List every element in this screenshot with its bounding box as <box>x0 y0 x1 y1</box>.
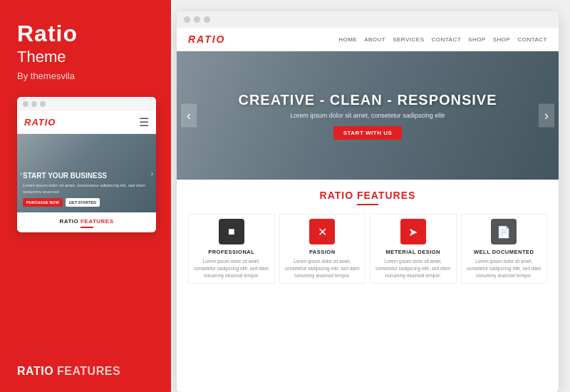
professional-desc: Lorem ipsum dolor sit amet, consetetur s… <box>192 258 271 279</box>
hamburger-icon[interactable]: ☰ <box>139 115 149 129</box>
mobile-features-section: RATIO FEATURES <box>17 212 156 232</box>
browser-topbar <box>177 11 559 28</box>
hero-prev-arrow[interactable]: ‹ <box>181 104 197 128</box>
feature-passion: ✕ PASSION Lorem ipsum dolor sit amet, co… <box>279 214 366 284</box>
dot-3 <box>40 101 46 107</box>
site-hero: ‹ CREATIVE - CLEAN - RESPONSIVE Lorem ip… <box>177 51 559 180</box>
hero-content: CREATIVE - CLEAN - RESPONSIVE Lorem ipsu… <box>238 92 497 140</box>
nav-home[interactable]: HOME <box>338 36 357 43</box>
site-features: RATIO FEATURES ■ PROFESSIONAL Lorem ipsu… <box>177 180 559 392</box>
mobile-nav: RATIO ☰ <box>17 111 156 134</box>
theme-title: Ratio <box>17 21 154 46</box>
hero-subtitle: Lorem ipsum dolor sit amet, consetetur s… <box>238 112 497 119</box>
left-features-colored: FEATURES <box>57 365 120 377</box>
nav-shop2[interactable]: SHOP <box>493 36 511 43</box>
mobile-features-colored: FEATURES <box>81 218 114 225</box>
nav-about[interactable]: ABOUT <box>364 36 385 43</box>
professional-icon: ■ <box>219 219 244 244</box>
mobile-hero-content: START YOUR BUSINESS Lorem ipsum dolor si… <box>23 171 150 207</box>
passion-icon: ✕ <box>309 219 335 244</box>
documented-title: WELL DOCUMENTED <box>465 249 544 255</box>
mobile-buttons: PURCHASE NOW GET STARTED <box>23 198 150 207</box>
nav-services[interactable]: SERVICES <box>393 36 424 43</box>
feature-material-design: ➤ METERIAL DESIGN Lorem ipsum dolor sit … <box>370 214 457 284</box>
theme-author: By themesvila <box>17 71 154 81</box>
desktop-browser: RATIO HOME ABOUT SERVICES CONTACT SHOP S… <box>177 11 559 392</box>
mobile-preview: RATIO ☰ ‹ START YOUR BUSINESS Lorem ipsu… <box>17 97 156 232</box>
documented-desc: Lorem ipsum dolor sit amet, consetetur s… <box>465 258 544 279</box>
features-section-title: RATIO FEATURES <box>188 190 547 201</box>
site-logo: RATIO <box>188 33 226 45</box>
hero-title: CREATIVE - CLEAN - RESPONSIVE <box>238 92 497 108</box>
theme-subtitle: Theme <box>17 48 154 66</box>
site-navbar: RATIO HOME ABOUT SERVICES CONTACT SHOP S… <box>177 28 559 51</box>
right-panel: RATIO HOME ABOUT SERVICES CONTACT SHOP S… <box>171 0 570 392</box>
features-underline <box>357 204 378 205</box>
nav-shop[interactable]: SHOP <box>468 36 486 43</box>
material-desc: Lorem ipsum dolor sit amet, consetetur s… <box>373 258 453 279</box>
documented-icon: 📄 <box>491 219 517 244</box>
nav-contact[interactable]: CONTACT <box>432 36 462 43</box>
mobile-hero: ‹ START YOUR BUSINESS Lorem ipsum dolor … <box>17 134 156 212</box>
mobile-logo: RATIO <box>24 117 56 128</box>
nav-contact2[interactable]: CONTACT <box>517 36 547 43</box>
nav-links: HOME ABOUT SERVICES CONTACT SHOP SHOP CO… <box>338 36 547 43</box>
left-features-heading: RATIO FEATURES <box>17 365 154 378</box>
mobile-topbar <box>17 97 156 111</box>
mobile-get-started-button[interactable]: GET STARTED <box>66 198 100 207</box>
dot-2 <box>31 101 37 107</box>
material-title: METERIAL DESIGN <box>373 249 453 255</box>
left-panel: Ratio Theme By themesvila RATIO ☰ ‹ STAR… <box>0 0 171 392</box>
mobile-purchase-button[interactable]: PURCHASE NOW <box>23 198 63 207</box>
browser-dot-2 <box>194 16 200 23</box>
material-icon: ➤ <box>400 219 426 244</box>
features-grid: ■ PROFESSIONAL Lorem ipsum dolor sit ame… <box>188 214 547 284</box>
left-bottom-features: RATIO FEATURES <box>17 358 154 378</box>
browser-dot-1 <box>184 16 190 23</box>
feature-professional: ■ PROFESSIONAL Lorem ipsum dolor sit ame… <box>188 214 275 284</box>
passion-title: PASSION <box>283 249 363 255</box>
features-title-colored: FEATURES <box>357 190 415 201</box>
browser-dot-3 <box>204 16 210 23</box>
professional-title: PROFESSIONAL <box>192 249 271 255</box>
mobile-hero-title: START YOUR BUSINESS <box>23 171 150 180</box>
mobile-features-title: RATIO FEATURES <box>23 218 150 225</box>
passion-desc: Lorem ipsum dolor sit amet, consetetur s… <box>283 258 363 279</box>
hero-cta-button[interactable]: START WITH US <box>333 126 403 140</box>
mobile-hero-text: Lorem ipsum dolor sit amet, consectetur … <box>23 182 150 195</box>
feature-well-documented: 📄 WELL DOCUMENTED Lorem ipsum dolor sit … <box>461 214 548 284</box>
mobile-next-arrow[interactable]: › <box>151 170 153 177</box>
features-title-normal: RATIO <box>320 190 354 201</box>
dot-1 <box>23 101 28 107</box>
hero-next-arrow[interactable]: › <box>539 104 554 128</box>
mobile-features-divider <box>81 227 93 228</box>
mobile-prev-arrow[interactable]: ‹ <box>20 170 22 177</box>
